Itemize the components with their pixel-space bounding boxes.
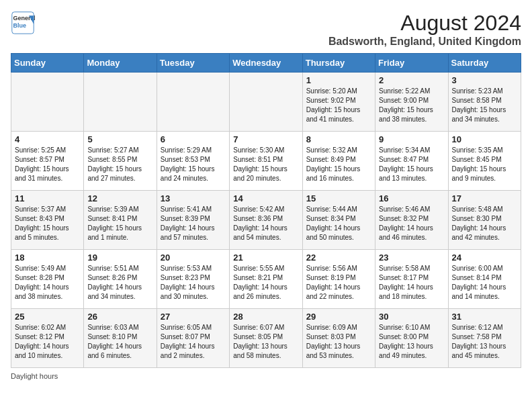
calendar-cell: 23Sunrise: 5:58 AM Sunset: 8:17 PM Dayli… <box>375 250 448 309</box>
day-info: Sunrise: 5:49 AM Sunset: 8:28 PM Dayligh… <box>15 264 80 302</box>
day-info: Sunrise: 6:03 AM Sunset: 8:10 PM Dayligh… <box>87 323 152 361</box>
day-info: Sunrise: 5:20 AM Sunset: 9:02 PM Dayligh… <box>306 87 371 124</box>
calendar-cell: 8Sunrise: 5:32 AM Sunset: 8:49 PM Daylig… <box>302 132 375 191</box>
day-number: 26 <box>87 312 152 322</box>
day-number: 15 <box>306 193 371 203</box>
calendar-cell: 18Sunrise: 5:49 AM Sunset: 8:28 PM Dayli… <box>11 250 84 309</box>
day-info: Sunrise: 5:37 AM Sunset: 8:43 PM Dayligh… <box>15 205 80 242</box>
day-info: Sunrise: 5:48 AM Sunset: 8:30 PM Dayligh… <box>452 205 517 242</box>
day-info: Sunrise: 5:44 AM Sunset: 8:34 PM Dayligh… <box>306 205 371 242</box>
calendar-cell: 24Sunrise: 6:00 AM Sunset: 8:14 PM Dayli… <box>448 250 521 309</box>
calendar-cell: 3Sunrise: 5:23 AM Sunset: 8:58 PM Daylig… <box>448 73 521 132</box>
title-block: August 2024 Badsworth, England, United K… <box>328 11 521 48</box>
day-number: 24 <box>452 253 517 263</box>
day-info: Sunrise: 6:02 AM Sunset: 8:12 PM Dayligh… <box>15 323 80 361</box>
day-number: 1 <box>306 75 371 85</box>
day-info: Sunrise: 5:51 AM Sunset: 8:26 PM Dayligh… <box>87 264 152 302</box>
day-info: Sunrise: 5:27 AM Sunset: 8:55 PM Dayligh… <box>87 146 152 183</box>
day-info: Sunrise: 5:58 AM Sunset: 8:17 PM Dayligh… <box>379 264 444 302</box>
calendar-cell <box>84 73 157 132</box>
day-number: 22 <box>306 253 371 263</box>
calendar-cell: 21Sunrise: 5:55 AM Sunset: 8:21 PM Dayli… <box>230 250 302 309</box>
day-info: Sunrise: 5:53 AM Sunset: 8:23 PM Dayligh… <box>161 264 226 302</box>
day-number: 23 <box>379 253 444 263</box>
day-number: 3 <box>452 75 517 85</box>
calendar-cell: 28Sunrise: 6:07 AM Sunset: 8:05 PM Dayli… <box>230 309 302 368</box>
calendar-week-row: 1Sunrise: 5:20 AM Sunset: 9:02 PM Daylig… <box>11 73 521 132</box>
day-number: 8 <box>306 134 371 144</box>
day-number: 20 <box>161 253 226 263</box>
day-info: Sunrise: 5:30 AM Sunset: 8:51 PM Dayligh… <box>233 146 298 183</box>
calendar-week-row: 25Sunrise: 6:02 AM Sunset: 8:12 PM Dayli… <box>11 309 521 368</box>
calendar-cell: 26Sunrise: 6:03 AM Sunset: 8:10 PM Dayli… <box>84 309 157 368</box>
day-number: 17 <box>452 193 517 203</box>
calendar-header: SundayMondayTuesdayWednesdayThursdayFrid… <box>11 54 521 73</box>
footer: Daylight hours <box>11 372 521 380</box>
day-of-week-header: Saturday <box>448 54 521 73</box>
logo-icon: General Blue <box>11 11 35 35</box>
day-of-week-header: Friday <box>375 54 448 73</box>
calendar-cell: 16Sunrise: 5:46 AM Sunset: 8:32 PM Dayli… <box>375 191 448 250</box>
day-info: Sunrise: 6:10 AM Sunset: 8:00 PM Dayligh… <box>379 323 444 361</box>
day-info: Sunrise: 5:34 AM Sunset: 8:47 PM Dayligh… <box>379 146 444 183</box>
calendar-week-row: 18Sunrise: 5:49 AM Sunset: 8:28 PM Dayli… <box>11 250 521 309</box>
day-of-week-header: Tuesday <box>157 54 229 73</box>
day-info: Sunrise: 5:42 AM Sunset: 8:36 PM Dayligh… <box>233 205 298 242</box>
day-number: 28 <box>233 312 298 322</box>
calendar-cell: 20Sunrise: 5:53 AM Sunset: 8:23 PM Dayli… <box>157 250 229 309</box>
day-info: Sunrise: 5:32 AM Sunset: 8:49 PM Dayligh… <box>306 146 371 183</box>
day-number: 18 <box>15 253 80 263</box>
day-number: 7 <box>233 134 298 144</box>
day-number: 12 <box>87 193 152 203</box>
calendar-cell: 9Sunrise: 5:34 AM Sunset: 8:47 PM Daylig… <box>375 132 448 191</box>
calendar-cell <box>11 73 84 132</box>
calendar-cell: 12Sunrise: 5:39 AM Sunset: 8:41 PM Dayli… <box>84 191 157 250</box>
day-info: Sunrise: 5:39 AM Sunset: 8:41 PM Dayligh… <box>87 205 152 242</box>
day-info: Sunrise: 5:22 AM Sunset: 9:00 PM Dayligh… <box>379 87 444 124</box>
calendar-cell: 5Sunrise: 5:27 AM Sunset: 8:55 PM Daylig… <box>84 132 157 191</box>
day-number: 10 <box>452 134 517 144</box>
calendar-cell: 29Sunrise: 6:09 AM Sunset: 8:03 PM Dayli… <box>302 309 375 368</box>
calendar-table: SundayMondayTuesdayWednesdayThursdayFrid… <box>11 53 521 368</box>
day-number: 21 <box>233 253 298 263</box>
day-info: Sunrise: 5:46 AM Sunset: 8:32 PM Dayligh… <box>379 205 444 242</box>
day-number: 25 <box>15 312 80 322</box>
day-number: 19 <box>87 253 152 263</box>
calendar-cell: 4Sunrise: 5:25 AM Sunset: 8:57 PM Daylig… <box>11 132 84 191</box>
calendar-cell: 13Sunrise: 5:41 AM Sunset: 8:39 PM Dayli… <box>157 191 229 250</box>
day-number: 6 <box>161 134 226 144</box>
day-number: 9 <box>379 134 444 144</box>
day-number: 16 <box>379 193 444 203</box>
calendar-cell: 10Sunrise: 5:35 AM Sunset: 8:45 PM Dayli… <box>448 132 521 191</box>
day-info: Sunrise: 5:29 AM Sunset: 8:53 PM Dayligh… <box>161 146 226 183</box>
calendar-week-row: 4Sunrise: 5:25 AM Sunset: 8:57 PM Daylig… <box>11 132 521 191</box>
calendar-cell: 11Sunrise: 5:37 AM Sunset: 8:43 PM Dayli… <box>11 191 84 250</box>
daylight-label: Daylight hours <box>11 372 58 380</box>
day-info: Sunrise: 5:35 AM Sunset: 8:45 PM Dayligh… <box>452 146 517 183</box>
calendar-cell: 1Sunrise: 5:20 AM Sunset: 9:02 PM Daylig… <box>302 73 375 132</box>
calendar-cell: 27Sunrise: 6:05 AM Sunset: 8:07 PM Dayli… <box>157 309 229 368</box>
calendar-cell: 6Sunrise: 5:29 AM Sunset: 8:53 PM Daylig… <box>157 132 229 191</box>
day-number: 31 <box>452 312 517 322</box>
day-of-week-header: Thursday <box>302 54 375 73</box>
day-of-week-header: Wednesday <box>230 54 302 73</box>
day-of-week-header: Monday <box>84 54 157 73</box>
day-info: Sunrise: 5:41 AM Sunset: 8:39 PM Dayligh… <box>161 205 226 242</box>
day-number: 27 <box>161 312 226 322</box>
day-number: 5 <box>87 134 152 144</box>
logo: General Blue <box>11 11 35 35</box>
calendar-cell: 19Sunrise: 5:51 AM Sunset: 8:26 PM Dayli… <box>84 250 157 309</box>
day-number: 2 <box>379 75 444 85</box>
calendar-cell: 31Sunrise: 6:12 AM Sunset: 7:58 PM Dayli… <box>448 309 521 368</box>
page-header: General Blue August 2024 Badsworth, Engl… <box>11 11 521 48</box>
svg-text:Blue: Blue <box>13 22 27 29</box>
location-subtitle: Badsworth, England, United Kingdom <box>328 36 521 48</box>
day-number: 4 <box>15 134 80 144</box>
calendar-body: 1Sunrise: 5:20 AM Sunset: 9:02 PM Daylig… <box>11 73 521 368</box>
day-info: Sunrise: 6:07 AM Sunset: 8:05 PM Dayligh… <box>233 323 298 361</box>
calendar-cell: 22Sunrise: 5:56 AM Sunset: 8:19 PM Dayli… <box>302 250 375 309</box>
day-info: Sunrise: 6:12 AM Sunset: 7:58 PM Dayligh… <box>452 323 517 361</box>
calendar-week-row: 11Sunrise: 5:37 AM Sunset: 8:43 PM Dayli… <box>11 191 521 250</box>
day-info: Sunrise: 5:55 AM Sunset: 8:21 PM Dayligh… <box>233 264 298 302</box>
calendar-cell: 30Sunrise: 6:10 AM Sunset: 8:00 PM Dayli… <box>375 309 448 368</box>
